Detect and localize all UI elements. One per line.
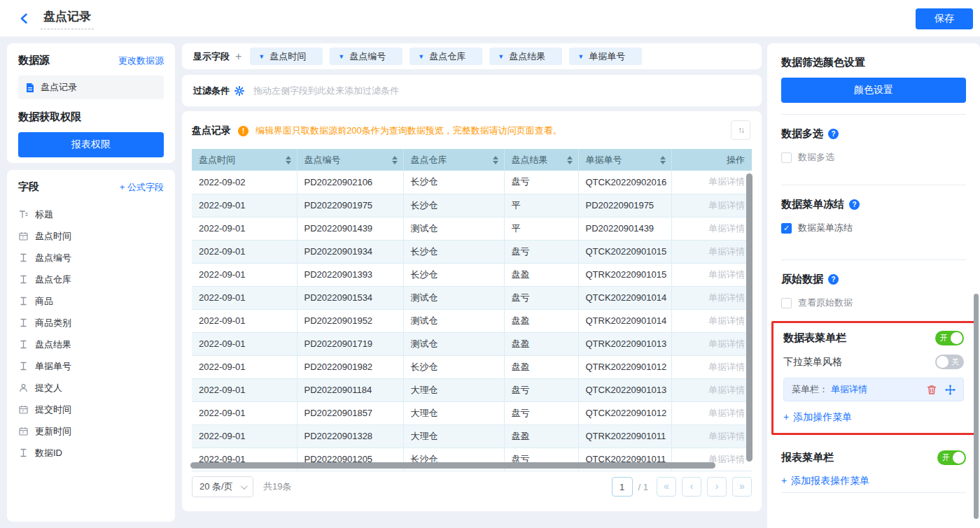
datasource-item[interactable]: 盘点记录 (18, 76, 164, 99)
table-cell: QTRK20220901011 (578, 424, 671, 448)
dropdown-style-toggle[interactable]: 关 (935, 355, 964, 369)
table-cell: 2022-09-01 (192, 309, 297, 332)
menu-bar-item[interactable]: 菜单栏： 单据详情 (783, 378, 964, 401)
color-settings-button[interactable]: 颜色设置 (781, 78, 966, 103)
table-menu-toggle[interactable]: 开 (935, 331, 964, 345)
row-action-link[interactable]: 单据详情 (671, 194, 752, 217)
display-field-chip[interactable]: ▼盘点结果 (489, 48, 562, 65)
column-header-label: 单据单号 (586, 155, 622, 165)
column-header-label: 盘点结果 (512, 155, 548, 165)
table-horizontal-scrollbar[interactable] (190, 462, 715, 469)
add-display-field-button[interactable]: + (235, 50, 241, 63)
column-header[interactable]: 盘点结果 (504, 149, 578, 171)
delete-icon[interactable] (927, 385, 937, 395)
column-header[interactable]: 盘点编号 (297, 149, 403, 171)
table-cell: PD20220901184 (297, 378, 403, 401)
column-header[interactable]: 操作 (671, 149, 752, 171)
table-cell: PD20220901975 (578, 194, 671, 217)
display-field-chip[interactable]: ▼盘点仓库 (410, 48, 482, 65)
back-button[interactable] (17, 11, 31, 25)
sort-carets-icon[interactable] (660, 156, 666, 164)
page-last-button[interactable]: » (732, 477, 752, 497)
row-action-link[interactable]: 单据详情 (671, 424, 752, 448)
field-item[interactable]: 盘点仓库 (18, 269, 164, 290)
display-fields-label: 显示字段 (193, 50, 230, 63)
field-type-date-icon: 7 (18, 405, 29, 414)
multi-select-section: 数据多选? 数据多选 (767, 126, 980, 175)
help-icon[interactable]: ? (828, 274, 839, 285)
field-item[interactable]: 7更新时间 (18, 420, 164, 442)
add-action-menu-link[interactable]: +添加操作菜单 (783, 411, 852, 424)
filter-label: 过滤条件 (193, 85, 230, 97)
sort-carets-icon[interactable] (392, 156, 398, 164)
table-cell: 盘盈 (504, 355, 578, 378)
table-cell: PD20220901328 (297, 424, 403, 448)
help-icon[interactable]: ? (849, 199, 860, 210)
field-item[interactable]: 7盘点时间 (18, 225, 164, 247)
page-size-select[interactable]: 20 条/页 (192, 476, 253, 497)
row-action-link[interactable]: 单据详情 (671, 309, 752, 332)
row-action-link[interactable]: 单据详情 (671, 401, 752, 424)
report-menu-section: 报表菜单栏 开 +添加报表操作菜单 (767, 442, 980, 487)
add-formula-field-link[interactable]: + 公式字段 (120, 181, 164, 194)
page-title[interactable]: 盘点记录 (41, 7, 94, 29)
field-item[interactable]: 商品类别 (18, 312, 164, 334)
table-cell: 2022-09-01 (192, 355, 297, 378)
field-item[interactable]: 盘点编号 (18, 247, 164, 269)
sort-carets-icon[interactable] (567, 156, 573, 164)
move-icon[interactable] (945, 385, 955, 395)
field-item[interactable]: 商品 (18, 290, 164, 312)
menu-freeze-checkbox[interactable]: ✓ 数据菜单冻结 (781, 222, 966, 234)
row-action-link[interactable]: 单据详情 (671, 355, 752, 378)
help-icon[interactable]: ? (828, 129, 839, 139)
menu-bar-item-value[interactable]: 单据详情 (831, 383, 867, 396)
page-size-value: 20 条/页 (200, 480, 233, 493)
row-action-link[interactable]: 单据详情 (671, 332, 752, 355)
row-action-link[interactable]: 单据详情 (671, 171, 752, 194)
field-item[interactable]: 标题 (18, 204, 164, 225)
page-first-button[interactable]: « (657, 477, 676, 497)
row-action-link[interactable]: 单据详情 (671, 286, 752, 309)
table-cell: 大理仓 (403, 401, 504, 424)
sort-order-icon[interactable]: ↑↓ (731, 120, 750, 140)
table-card: 盘点记录 ! 编辑界面只取数据源前200条作为查询数据预览，完整数据请访问页面查… (182, 111, 762, 511)
row-action-link[interactable]: 单据详情 (671, 263, 752, 286)
change-datasource-link[interactable]: 更改数据源 (118, 55, 164, 67)
field-item[interactable]: 7提交时间 (18, 399, 164, 420)
gear-icon[interactable] (234, 86, 244, 96)
field-item[interactable]: 单据单号 (18, 355, 164, 377)
raw-data-checkbox[interactable]: 查看原始数据 (781, 297, 966, 309)
row-action-link[interactable]: 单据详情 (671, 217, 752, 240)
settings-panel: 数据筛选颜色设置 颜色设置 数据多选? 数据多选 数据菜单冻结? ✓ 数据菜单冻… (767, 43, 980, 528)
field-item[interactable]: 提交人 (18, 377, 164, 399)
field-item[interactable]: 数据ID (18, 442, 164, 464)
display-field-chip[interactable]: ▼盘点编号 (330, 48, 402, 65)
page-number-input[interactable] (612, 477, 633, 497)
report-permission-button[interactable]: 报表权限 (18, 132, 164, 157)
panel-scrollbar[interactable] (974, 294, 979, 519)
display-field-chips: ▼盘点时间▼盘点编号▼盘点仓库▼盘点结果▼单据单号 (250, 48, 642, 65)
save-button[interactable]: 保存 (916, 8, 973, 29)
add-report-action-menu-link[interactable]: +添加报表操作菜单 (781, 475, 869, 487)
sort-carets-icon[interactable] (286, 156, 291, 164)
column-header[interactable]: 单据单号 (578, 149, 671, 171)
page-prev-button[interactable]: ‹ (682, 477, 701, 497)
display-field-chip[interactable]: ▼盘点时间 (250, 48, 323, 65)
field-item[interactable]: 盘点结果 (18, 334, 164, 355)
sort-carets-icon[interactable] (493, 156, 498, 164)
table-vertical-scrollbar[interactable] (746, 173, 752, 462)
chevron-left-icon (19, 13, 29, 24)
table-row: 2022-09-01PD20220901184大理仓盘亏QTCK20220901… (192, 378, 752, 401)
report-menu-toggle[interactable]: 开 (937, 450, 966, 465)
column-header[interactable]: 盘点时间 (192, 149, 297, 171)
column-header[interactable]: 盘点仓库 (403, 149, 504, 171)
row-action-link[interactable]: 单据详情 (671, 378, 752, 401)
row-action-link[interactable]: 单据详情 (671, 240, 752, 263)
multi-select-checkbox[interactable]: 数据多选 (781, 151, 966, 164)
multi-select-heading: 数据多选 (781, 127, 823, 141)
column-header-label: 盘点仓库 (411, 155, 447, 165)
table-cell: 测试仓 (403, 332, 504, 355)
display-field-chip[interactable]: ▼单据单号 (569, 48, 642, 65)
page-next-button[interactable]: › (707, 477, 727, 497)
filter-drop-placeholder[interactable]: 拖动左侧字段到此处来添加过滤条件 (253, 85, 399, 97)
